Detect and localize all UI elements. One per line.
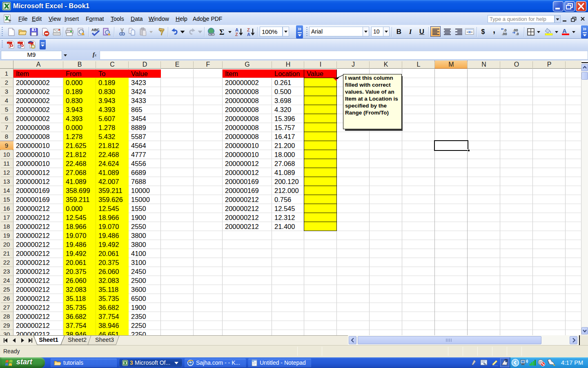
- svg-text:A: A: [562, 27, 567, 34]
- svg-text:A: A: [247, 32, 250, 36]
- svg-text:.00: .00: [502, 32, 507, 36]
- svg-text:Σ: Σ: [219, 28, 224, 36]
- svg-text:.0: .0: [516, 32, 519, 36]
- svg-text:Z: Z: [235, 32, 238, 36]
